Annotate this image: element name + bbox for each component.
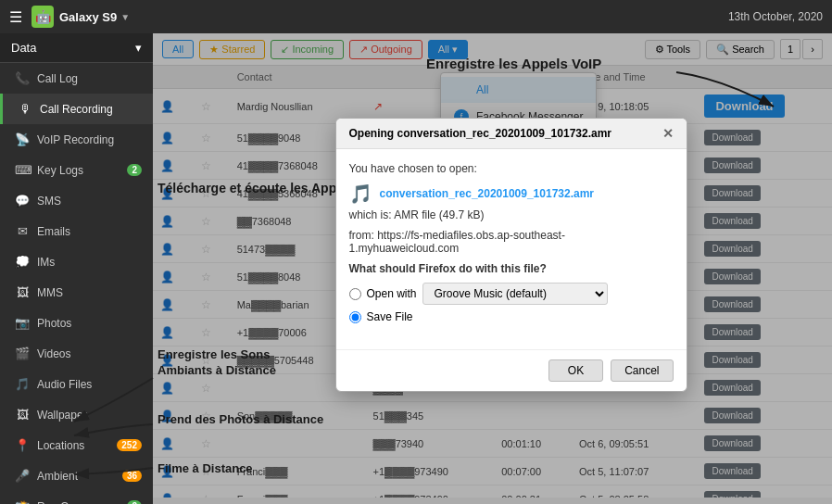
sidebar-item-label: Videos: [37, 347, 70, 360]
ambient-badge: 36: [122, 470, 142, 482]
sidebar-section-label: Data: [11, 41, 36, 55]
device-name: Galaxy S9: [59, 10, 117, 24]
sms-icon: 💬: [15, 194, 30, 208]
sidebar-item-mms[interactable]: 🖼 MMS: [0, 277, 153, 308]
remcam-badge: 2: [127, 500, 142, 504]
locations-icon: 📍: [15, 438, 30, 452]
sidebar-item-ambient[interactable]: 🎤 Ambient 36: [0, 460, 153, 491]
save-file-radio[interactable]: [349, 311, 361, 323]
sidebar-item-label: Photos: [37, 317, 71, 330]
main-content: All ★ Starred ↙ Incoming ↗ Outgoing All …: [153, 33, 832, 504]
app-select[interactable]: Groove Music (default): [422, 283, 608, 305]
ambient-icon: 🎤: [15, 469, 30, 483]
sidebar-item-audio-files[interactable]: 🎵 Audio Files: [0, 369, 153, 399]
mms-icon: 🖼: [15, 285, 30, 299]
locations-badge: 252: [117, 439, 142, 451]
sidebar: Data ▾ 📞 Call Log 🎙 Call Recording 📡 VoI…: [0, 33, 153, 504]
sidebar-item-label: Emails: [37, 225, 70, 238]
sidebar-item-label: Call Log: [37, 72, 78, 85]
sidebar-item-videos[interactable]: 🎬 Videos: [0, 338, 153, 369]
call-log-icon: 📞: [15, 71, 30, 85]
dialog-title-bar: Opening conversation_rec_20201009_101732…: [336, 119, 687, 149]
sidebar-item-label: Ambient: [37, 470, 78, 483]
top-bar: ☰ 🤖 Galaxy S9 ▼ 13th October, 2020: [0, 0, 832, 33]
sidebar-chevron-icon[interactable]: ▾: [135, 41, 142, 55]
sidebar-item-wallpaper[interactable]: 🖼 Wallpaper: [0, 399, 153, 430]
sidebar-item-label: Key Logs: [37, 164, 83, 177]
save-file-label: Save File: [367, 310, 413, 323]
file-open-dialog: Opening conversation_rec_20201009_101732…: [335, 118, 687, 392]
file-icon: 🎵: [349, 183, 372, 205]
remcam-icon: 📸: [15, 499, 30, 504]
radio-group: Open with Groove Music (default) Save Fi…: [349, 283, 674, 323]
sidebar-item-label: RemCam: [37, 500, 84, 505]
sidebar-item-key-logs[interactable]: ⌨ Key Logs 2: [0, 155, 153, 185]
sidebar-header[interactable]: Data ▾: [0, 33, 153, 63]
open-with-label: Open with: [367, 287, 417, 300]
sidebar-item-label: Call Recording: [40, 103, 113, 116]
sidebar-item-sms[interactable]: 💬 SMS: [0, 185, 153, 216]
dialog-body: You have chosen to open: 🎵 conversation_…: [336, 149, 687, 349]
dialog-footer: OK Cancel: [336, 349, 687, 391]
file-row: 🎵 conversation_rec_20201009_101732.amr: [349, 183, 674, 205]
emails-icon: ✉: [15, 224, 30, 238]
sidebar-item-label: MMS: [37, 286, 63, 299]
sidebar-item-label: Locations: [37, 439, 84, 452]
sidebar-item-ims[interactable]: 💭 IMs: [0, 246, 153, 277]
key-logs-icon: ⌨: [15, 163, 30, 177]
sidebar-item-remcam[interactable]: 📸 RemCam 2: [0, 491, 153, 504]
file-source: from: https://fs-mediafiles.obs.ap-south…: [349, 229, 674, 255]
date-label: 13th October, 2020: [728, 10, 823, 23]
sidebar-item-voip-recording[interactable]: 📡 VoIP Recording: [0, 124, 153, 155]
sidebar-item-call-log[interactable]: 📞 Call Log: [0, 63, 153, 94]
sidebar-item-label: IMs: [37, 256, 55, 269]
wallpaper-icon: 🖼: [15, 408, 30, 422]
file-info: which is: AMR file (49.7 kB): [349, 208, 674, 221]
photos-icon: 📷: [15, 316, 30, 330]
call-recording-icon: 🎙: [18, 102, 32, 116]
dialog-text1: You have chosen to open:: [349, 162, 674, 175]
sidebar-item-label: VoIP Recording: [37, 133, 114, 146]
device-icon: 🤖: [32, 6, 54, 28]
cancel-button[interactable]: Cancel: [611, 359, 673, 382]
sidebar-item-photos[interactable]: 📷 Photos: [0, 308, 153, 338]
ok-button[interactable]: OK: [548, 359, 603, 382]
hamburger-icon[interactable]: ☰: [9, 8, 22, 26]
sidebar-item-emails[interactable]: ✉ Emails: [0, 216, 153, 246]
sidebar-item-locations[interactable]: 📍 Locations 252: [0, 430, 153, 460]
open-with-row[interactable]: Open with Groove Music (default): [349, 283, 674, 305]
close-icon[interactable]: ✕: [662, 126, 674, 141]
videos-icon: 🎬: [15, 346, 30, 360]
chevron-down-icon[interactable]: ▼: [120, 12, 130, 22]
open-with-radio[interactable]: [349, 288, 361, 300]
audio-files-icon: 🎵: [15, 377, 30, 391]
sidebar-item-label: Wallpaper: [37, 409, 87, 422]
dialog-title-text: Opening conversation_rec_20201009_101732…: [349, 127, 612, 140]
action-label: What should Firefox do with this file?: [349, 262, 674, 275]
sidebar-item-call-recording[interactable]: 🎙 Call Recording: [0, 94, 153, 124]
file-name: conversation_rec_20201009_101732.amr: [380, 187, 595, 200]
dialog-overlay: Opening conversation_rec_20201009_101732…: [153, 33, 832, 504]
sidebar-item-label: Audio Files: [37, 378, 92, 391]
key-logs-badge: 2: [127, 164, 142, 176]
save-file-row[interactable]: Save File: [349, 310, 674, 323]
sidebar-item-label: SMS: [37, 195, 61, 208]
ims-icon: 💭: [15, 255, 30, 269]
voip-recording-icon: 📡: [15, 132, 30, 146]
